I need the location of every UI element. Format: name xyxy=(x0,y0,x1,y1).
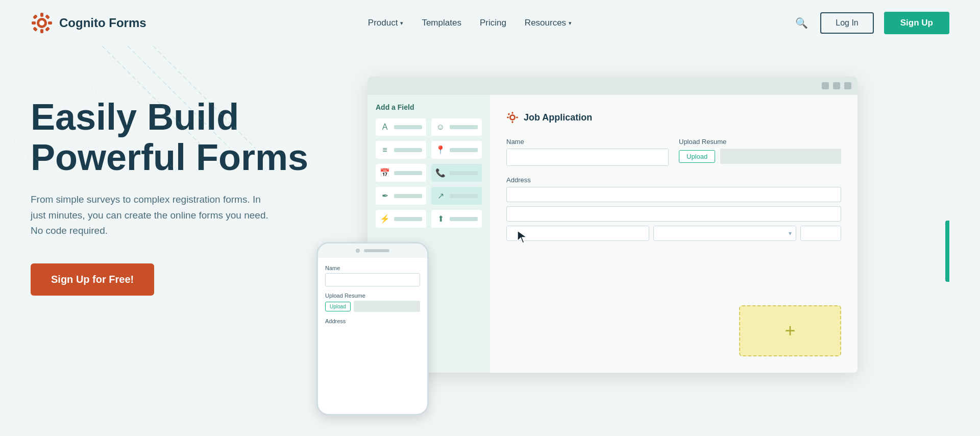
svg-rect-8 xyxy=(33,27,38,32)
mobile-upload-button[interactable]: Upload xyxy=(325,302,351,311)
text-field-icon: A xyxy=(380,123,390,132)
mobile-upload-bar xyxy=(354,301,420,312)
cursor-icon: ↗ xyxy=(435,191,446,201)
nav-templates-label: Templates xyxy=(422,18,461,28)
hero-title: Easily Build Powerful Forms xyxy=(31,97,316,178)
palette-item-bar xyxy=(394,217,422,221)
palette-phone-item[interactable]: 📞 xyxy=(431,164,482,182)
address-zip[interactable] xyxy=(800,226,841,241)
palette-item-bar xyxy=(394,171,422,175)
palette-location-item[interactable]: 📍 xyxy=(431,141,482,159)
address-lines: ▾ xyxy=(506,187,841,241)
main-nav: Product ▾ Templates Pricing Resources ▾ xyxy=(368,18,572,28)
name-field-group: Name xyxy=(506,138,669,166)
svg-point-1 xyxy=(39,20,44,26)
browser-content: Add a Field A ☺ ≡ xyxy=(368,95,857,373)
lightning-field-icon: ⚡ xyxy=(380,214,390,224)
palette-text-item[interactable]: A xyxy=(376,118,426,136)
browser-window: Add a Field A ☺ ≡ xyxy=(368,77,857,373)
mobile-upload-area: Upload xyxy=(325,301,420,312)
nav-resources-label: Resources xyxy=(525,18,566,28)
svg-rect-4 xyxy=(32,21,36,25)
address-field-group: Address ▾ xyxy=(506,176,841,241)
add-field-box[interactable]: + xyxy=(739,305,841,356)
svg-rect-22 xyxy=(508,113,510,115)
palette-lightning-item[interactable]: ⚡ xyxy=(376,210,426,228)
nav-templates[interactable]: Templates xyxy=(422,18,461,28)
form-fields-grid: Name Upload Resume Upload Address xyxy=(506,138,841,241)
palette-date-item[interactable]: 📅 xyxy=(376,164,426,182)
address-field-label: Address xyxy=(506,176,841,184)
svg-rect-18 xyxy=(512,112,513,114)
nav-pricing-label: Pricing xyxy=(480,18,506,28)
browser-close-icon xyxy=(844,82,851,89)
location-field-icon: 📍 xyxy=(435,145,446,155)
browser-maximize-icon xyxy=(833,82,840,89)
form-title-text: Job Application xyxy=(524,112,592,123)
upload-field-icon: ⬆ xyxy=(435,214,446,224)
signature-field-icon: ✒ xyxy=(380,191,390,201)
phone-field-icon: 📞 xyxy=(435,168,446,178)
hero-title-line1: Easily Build xyxy=(31,96,239,137)
hero-left: Easily Build Powerful Forms From simple … xyxy=(31,66,316,296)
address-row: ▾ xyxy=(506,226,841,241)
upload-field-label: Upload Resume xyxy=(679,138,841,146)
search-icon: 🔍 xyxy=(795,17,808,29)
palette-choice-item[interactable]: ☺ xyxy=(431,118,482,136)
mobile-address-label: Address xyxy=(325,318,420,324)
name-field-input[interactable] xyxy=(506,149,669,166)
mobile-name-label: Name xyxy=(325,265,420,271)
svg-point-17 xyxy=(511,116,514,119)
svg-rect-6 xyxy=(33,14,38,19)
palette-signature-item[interactable]: ✒ xyxy=(376,187,426,205)
hero-subtitle: From simple surveys to complex registrat… xyxy=(31,192,276,238)
logo-text: Cognito Forms xyxy=(59,16,146,30)
list-field-icon: ≡ xyxy=(380,146,390,155)
hero-cta-button[interactable]: Sign Up for Free! xyxy=(31,263,154,296)
svg-rect-7 xyxy=(45,14,50,19)
mobile-mockup: Name Upload Resume Upload Address xyxy=(316,242,429,416)
logo[interactable]: Cognito Forms xyxy=(31,12,146,34)
upload-button-mock[interactable]: Upload xyxy=(679,150,715,163)
hero-title-line2: Powerful Forms xyxy=(31,137,308,178)
palette-item-bar xyxy=(450,148,478,152)
header-actions: 🔍 Log In Sign Up xyxy=(793,12,949,34)
mobile-content: Name Upload Resume Upload Address xyxy=(318,258,427,333)
palette-cursor-item[interactable]: ↗ xyxy=(431,187,482,205)
svg-rect-5 xyxy=(48,21,52,25)
palette-item-bar xyxy=(394,148,422,152)
palette-grid: A ☺ ≡ 📍 xyxy=(376,118,482,228)
nav-pricing[interactable]: Pricing xyxy=(480,18,506,28)
address-city[interactable] xyxy=(506,226,649,241)
mobile-name-input[interactable] xyxy=(325,273,420,286)
address-line-2[interactable] xyxy=(506,206,841,222)
palette-item-bar xyxy=(450,171,478,175)
choice-field-icon: ☺ xyxy=(435,123,446,132)
nav-product[interactable]: Product ▾ xyxy=(368,18,404,28)
signup-button[interactable]: Sign Up xyxy=(884,12,949,34)
login-button[interactable]: Log In xyxy=(820,12,873,34)
palette-header: Add a Field xyxy=(376,103,482,111)
hero-right: Add a Field A ☺ ≡ xyxy=(316,66,949,436)
mobile-header-bar xyxy=(318,244,427,258)
dropdown-chevron-icon: ▾ xyxy=(789,230,792,237)
svg-rect-21 xyxy=(516,117,518,118)
address-line-1[interactable] xyxy=(506,187,841,202)
nav-resources[interactable]: Resources ▾ xyxy=(525,18,572,28)
svg-rect-20 xyxy=(507,117,509,118)
mobile-camera-icon xyxy=(356,249,360,253)
form-title-icon xyxy=(506,111,519,124)
svg-rect-2 xyxy=(40,13,43,17)
logo-icon xyxy=(31,12,53,34)
search-button[interactable]: 🔍 xyxy=(793,15,810,31)
palette-list-item[interactable]: ≡ xyxy=(376,141,426,159)
nav-product-chevron-icon: ▾ xyxy=(400,20,403,27)
palette-item-bar xyxy=(394,194,422,198)
svg-rect-19 xyxy=(512,121,513,123)
upload-bar-mock xyxy=(720,149,841,164)
palette-upload-item[interactable]: ⬆ xyxy=(431,210,482,228)
mobile-speaker-icon xyxy=(364,249,389,252)
site-header: Cognito Forms Product ▾ Templates Pricin… xyxy=(0,0,980,46)
form-builder-area: Job Application Name Upload Resume Uploa… xyxy=(490,95,857,373)
hero-section: Easily Build Powerful Forms From simple … xyxy=(0,46,980,436)
